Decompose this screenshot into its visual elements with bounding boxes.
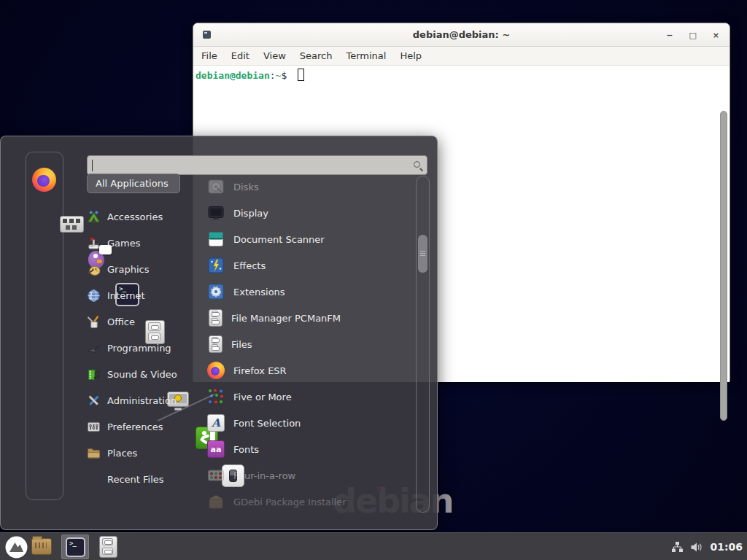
app-font-selection[interactable]: A Font Selection [207, 410, 413, 436]
office-icon [87, 315, 101, 329]
menu-search[interactable]: Search [300, 50, 333, 61]
menu-help[interactable]: Help [400, 50, 422, 61]
menu-logo-icon [5, 536, 28, 559]
category-graphics[interactable]: Graphics [87, 256, 205, 282]
applications-list: Disks Display Document Scanner Effects E… [207, 176, 413, 513]
terminal-menubar: File Edit View Search Terminal Help [193, 47, 729, 66]
category-programming[interactable]: Programming [87, 335, 205, 361]
firefox-icon[interactable] [32, 168, 56, 192]
terminal-cursor [298, 69, 304, 81]
preferences-icon [87, 420, 101, 434]
terminal-window-icon [203, 31, 211, 39]
minimize-button[interactable]: − [666, 31, 673, 39]
categories-list: Accessories Games Graphics [87, 203, 205, 492]
menu-view[interactable]: View [263, 50, 286, 61]
app-four-in-a-row[interactable]: Four-in-a-row [207, 462, 413, 489]
category-games[interactable]: Games [87, 230, 205, 256]
search-icon [414, 161, 420, 168]
gdebi-icon [207, 493, 225, 510]
category-preferences[interactable]: Preferences [87, 413, 205, 440]
firefox-icon [207, 362, 225, 379]
shell-prompt: debian@debian:~$ [196, 70, 287, 81]
taskbar: >_ 01:06 [0, 532, 747, 560]
app-extensions[interactable]: Extensions [207, 279, 413, 305]
files-task[interactable] [99, 536, 117, 558]
application-menu: >_ All Applications Accessories [0, 136, 438, 530]
favorites-frame [26, 152, 63, 500]
accessories-icon [87, 210, 101, 224]
folder-detail [35, 542, 47, 548]
app-five-or-more[interactable]: Five or More [207, 384, 413, 410]
menu-file[interactable]: File [201, 50, 217, 61]
app-fonts[interactable]: aa Fonts [207, 436, 413, 462]
app-document-scanner[interactable]: Document Scanner [207, 226, 413, 252]
network-icon[interactable] [671, 541, 684, 553]
category-places[interactable]: Places [87, 440, 205, 466]
close-button[interactable]: × [713, 31, 719, 39]
file-cabinet-icon [209, 335, 222, 353]
category-administration[interactable]: Administration [87, 387, 205, 413]
clock[interactable]: 01:06 [710, 541, 743, 553]
category-sound-video[interactable]: Sound & Video [87, 361, 205, 387]
terminal-window-title: debian@debian: ~ [193, 29, 729, 40]
four-in-a-row-icon [207, 467, 225, 484]
category-all-applications[interactable]: All Applications [87, 174, 180, 193]
terminal-scrollbar[interactable] [720, 111, 727, 421]
disks-icon [207, 178, 225, 195]
app-file-manager-pcmanfm[interactable]: File Manager PCManFM [207, 305, 413, 331]
category-internet[interactable]: Internet [87, 282, 205, 308]
search-input[interactable] [88, 156, 427, 174]
category-recent-files[interactable]: Recent Files [87, 466, 205, 492]
app-disks[interactable]: Disks [207, 176, 413, 200]
sound-video-icon [87, 368, 101, 381]
app-effects[interactable]: Effects [207, 252, 413, 279]
app-display[interactable]: Display [207, 200, 413, 226]
internet-icon [87, 289, 101, 303]
volume-icon[interactable] [690, 541, 703, 553]
menu-edit[interactable]: Edit [231, 50, 249, 61]
effects-icon [207, 257, 225, 274]
category-office[interactable]: Office [87, 308, 205, 335]
graphics-icon [87, 262, 101, 276]
menu-terminal[interactable]: Terminal [346, 50, 386, 61]
terminal-icon: >_ [66, 537, 85, 557]
terminal-titlebar[interactable]: debian@debian: ~ − □ × [193, 23, 729, 47]
scrollbar-thumb[interactable] [418, 235, 427, 273]
app-gdebi-package-installer[interactable]: GDebi Package Installer [207, 489, 413, 513]
administration-icon [87, 394, 101, 408]
search-box [87, 155, 427, 175]
app-files[interactable]: Files [207, 331, 413, 357]
no-icon [87, 472, 101, 486]
fonts-icon: aa [207, 440, 225, 458]
maximize-button[interactable]: □ [689, 31, 696, 39]
places-icon [87, 446, 101, 460]
terminal-task[interactable]: >_ [61, 534, 89, 559]
system-tray: 01:06 [671, 533, 743, 560]
font-selection-icon: A [207, 414, 225, 432]
programming-icon [87, 341, 101, 355]
games-icon [87, 236, 101, 250]
document-scanner-icon [207, 230, 225, 248]
display-icon [207, 204, 225, 222]
applications-menu-button[interactable] [5, 536, 28, 559]
text-caret [92, 160, 93, 171]
file-manager-task[interactable] [31, 538, 52, 555]
scrollbar-grip [420, 251, 425, 257]
applications-scrollbar[interactable] [416, 176, 430, 513]
app-firefox-esr[interactable]: Firefox ESR [207, 357, 413, 384]
keyboard-icon[interactable] [60, 216, 84, 233]
extensions-icon [207, 283, 225, 300]
category-accessories[interactable]: Accessories [87, 203, 205, 230]
file-cabinet-icon [209, 309, 222, 327]
